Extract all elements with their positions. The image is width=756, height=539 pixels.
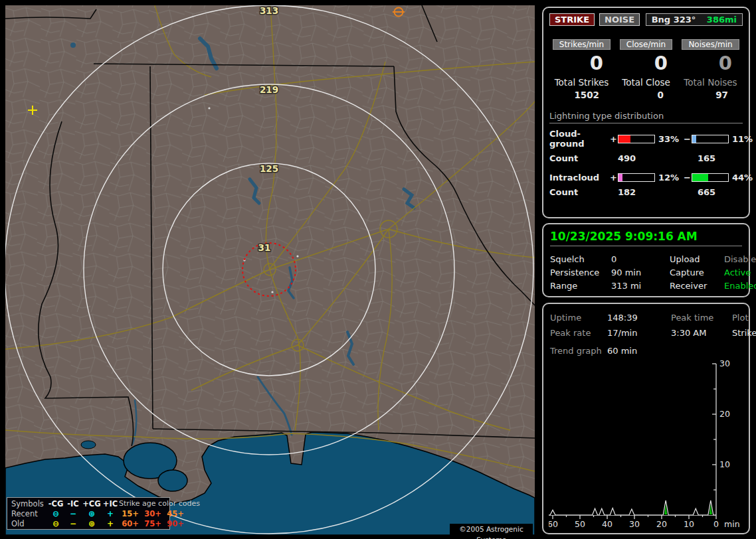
strikes-counter: Strikes/min 0 Total Strikes 1502 — [549, 39, 614, 100]
map-legend: Symbols -CG -IC +CG +IC Strike age color… — [7, 497, 170, 530]
strike-mode-button[interactable]: STRIKE — [549, 13, 595, 26]
cg-count-label: Count — [549, 153, 609, 163]
svg-text:20: 20 — [719, 409, 730, 419]
recent-cg-neg-icon: ⊖ — [47, 509, 64, 518]
legend-row-recent-label: Recent — [11, 509, 47, 518]
minus-sign: − — [683, 134, 692, 144]
close-per-min-value: 0 — [654, 52, 678, 74]
total-strikes-value: 1502 — [574, 90, 614, 100]
upload-label: Upload — [670, 254, 724, 264]
ic-neg-count: 665 — [698, 187, 743, 197]
copyright-notice: ©2005 Astrogenic Systems — [450, 524, 533, 535]
legend-age-title: Strike age color codes — [119, 499, 187, 508]
uptime-value: 148:39 — [607, 313, 671, 323]
svg-text:0: 0 — [713, 519, 719, 529]
total-close-label: Total Close — [622, 77, 670, 88]
svg-text:60: 60 — [549, 519, 558, 529]
range-value: 313 mi — [611, 281, 670, 291]
legend-row-old-label: Old — [11, 519, 47, 528]
legend-col-pic: +IC — [102, 499, 119, 508]
receiver-label: Receiver — [670, 281, 724, 291]
noises-per-min-value: 0 — [719, 52, 743, 74]
old-cg-neg-icon: ⊖ — [47, 519, 64, 528]
age-45: 45+ — [164, 509, 187, 518]
receiver-status: Enabled — [724, 281, 756, 291]
legend-col-pcg: +CG — [82, 499, 102, 508]
old-cg-pos-icon: ⊕ — [82, 519, 102, 528]
total-noises-value: 97 — [715, 90, 743, 100]
svg-text:40: 40 — [602, 519, 613, 529]
current-datetime: 10/23/2025 9:09:16 AM — [550, 230, 742, 246]
old-ic-pos-icon: + — [102, 519, 119, 528]
plot-value: Strike — [732, 328, 756, 338]
ic-neg-bar — [692, 173, 729, 182]
plus-sign: + — [609, 134, 618, 144]
plot-label: Plot — [732, 313, 756, 323]
plus-sign: + — [609, 173, 618, 183]
recent-cg-pos-icon: ⊕ — [82, 509, 102, 518]
squelch-label: Squelch — [550, 254, 611, 264]
age-60: 60+ — [119, 519, 142, 528]
persistence-label: Persistence — [550, 268, 611, 277]
noises-counter: Noises/min 0 Total Noises 97 — [678, 39, 743, 100]
svg-text:30: 30 — [719, 360, 730, 368]
ring-label-219: 219 — [260, 84, 278, 95]
trend-panel: Uptime 148:39 Peak time Plot Peak rate 1… — [542, 303, 750, 534]
svg-text:30: 30 — [629, 519, 640, 529]
bearing-value: Bng 323° — [652, 15, 696, 25]
age-15: 15+ — [119, 509, 142, 518]
total-strikes-label: Total Strikes — [555, 77, 609, 88]
peak-rate-label: Peak rate — [550, 328, 607, 338]
map-canvas[interactable]: 313 219 125 31 — [5, 5, 535, 535]
distribution-title: Lightning type distribution — [549, 111, 743, 123]
svg-text:min: min — [724, 519, 740, 529]
ic-pos-pct: 12% — [655, 173, 683, 183]
ic-neg-pct: 44% — [729, 173, 755, 183]
upload-status: Disabled — [724, 254, 756, 264]
capture-status: Active — [724, 268, 756, 277]
capture-label: Capture — [670, 268, 724, 277]
noise-mode-button[interactable]: NOISE — [599, 13, 640, 26]
intracloud-label: Intracloud — [549, 173, 609, 183]
ic-count-label: Count — [549, 187, 609, 197]
close-per-min-button[interactable]: Close/min — [620, 39, 672, 50]
persistence-value: 90 min — [611, 268, 670, 277]
trend-graph-label: Trend graph — [550, 346, 607, 356]
bearing-readout[interactable]: Bng 323° 386mi — [646, 13, 743, 26]
cg-pos-pct: 33% — [655, 134, 683, 144]
svg-text:10: 10 — [684, 519, 694, 529]
cg-pos-count: 490 — [618, 153, 698, 163]
svg-text:10: 10 — [719, 459, 730, 469]
squelch-value: 0 — [611, 254, 670, 264]
minus-sign: − — [683, 173, 692, 183]
age-90: 90+ — [164, 519, 187, 528]
trend-graph-value: 60 min — [607, 346, 742, 356]
cg-neg-pct: 11% — [729, 134, 755, 144]
svg-text:50: 50 — [575, 519, 585, 529]
legend-symbols-header: Symbols — [11, 499, 47, 508]
cg-neg-bar — [692, 135, 729, 143]
strike-trend-chart: 1020306050403020100min — [549, 360, 747, 531]
legend-col-nic: -IC — [64, 499, 82, 508]
age-75: 75+ — [142, 519, 164, 528]
app-window: 313 219 125 31 Symbols -CG -IC +CG +IC S… — [0, 0, 756, 539]
svg-text:20: 20 — [656, 519, 667, 529]
legend-col-ncg: -CG — [47, 499, 64, 508]
total-noises-label: Total Noises — [684, 77, 737, 88]
strikes-per-min-button[interactable]: Strikes/min — [553, 39, 611, 50]
cg-pos-bar — [618, 135, 655, 143]
peak-time-label: Peak time — [671, 313, 732, 323]
bearing-distance: 386mi — [707, 15, 737, 25]
cg-neg-count: 165 — [698, 153, 743, 163]
strikes-per-min-value: 0 — [590, 52, 614, 74]
lightning-distribution: Lightning type distribution Cloud-ground… — [549, 111, 743, 197]
ic-pos-count: 182 — [618, 187, 698, 197]
ring-label-313: 313 — [260, 5, 278, 16]
lightning-map[interactable]: 313 219 125 31 Symbols -CG -IC +CG +IC S… — [5, 5, 535, 535]
ic-pos-bar — [618, 173, 655, 182]
ring-label-125: 125 — [260, 163, 278, 174]
peak-time-value: 3:30 AM — [671, 328, 732, 338]
age-30: 30+ — [142, 509, 164, 518]
status-panel: 10/23/2025 9:09:16 AM Squelch 0 Upload D… — [542, 223, 750, 297]
noises-per-min-button[interactable]: Noises/min — [682, 39, 739, 50]
